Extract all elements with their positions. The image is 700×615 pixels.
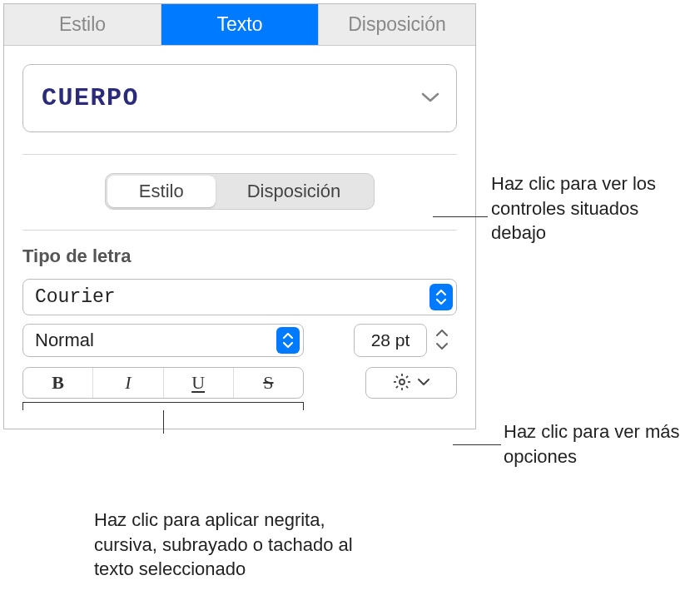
chevron-down-icon <box>421 92 439 106</box>
subtab-layout[interactable]: Disposición <box>216 176 373 207</box>
callout-bius: Haz clic para aplicar negrita, cursiva, … <box>94 508 369 582</box>
gear-icon <box>392 372 412 394</box>
popup-arrows-icon <box>276 327 300 354</box>
divider <box>22 230 457 231</box>
format-panel: Estilo Texto Disposición CUERPO Estilo D… <box>3 3 476 429</box>
paragraph-style-label: CUERPO <box>42 84 139 112</box>
divider <box>22 154 457 155</box>
font-weight-label: Normal <box>35 330 94 351</box>
underline-button[interactable]: U <box>164 368 234 398</box>
tab-text-label: Texto <box>217 13 263 36</box>
callout-leader-line <box>453 444 501 445</box>
subtab-style-label: Estilo <box>139 181 184 202</box>
paragraph-style-dropdown[interactable]: CUERPO <box>22 64 457 132</box>
subtab-layout-label: Disposición <box>247 181 341 202</box>
subtab-style[interactable]: Estilo <box>107 176 216 207</box>
more-options-button[interactable] <box>365 367 457 399</box>
svg-point-0 <box>400 379 405 384</box>
chevron-down-icon <box>417 376 430 389</box>
tab-text[interactable]: Texto <box>161 4 319 45</box>
tab-style[interactable]: Estilo <box>4 4 161 45</box>
top-tabs: Estilo Texto Disposición <box>4 4 475 46</box>
stepper-up-icon[interactable] <box>434 327 449 340</box>
callout-leader-line <box>433 216 488 217</box>
tab-style-label: Estilo <box>59 13 106 36</box>
font-section-label: Tipo de letra <box>22 246 457 267</box>
tab-layout-label: Disposición <box>348 13 446 36</box>
callout-gear: Haz clic para ver más opciones <box>504 419 695 469</box>
text-style-group: B I U S <box>22 367 304 399</box>
strikethrough-button[interactable]: S <box>234 368 303 398</box>
stepper-down-icon[interactable] <box>434 340 449 354</box>
font-weight-select[interactable]: Normal <box>22 324 304 357</box>
italic-button[interactable]: I <box>93 368 163 398</box>
callout-bracket <box>22 402 304 410</box>
popup-arrows-icon <box>429 284 453 310</box>
font-size-value[interactable]: 28 pt <box>354 324 427 357</box>
font-size-stepper[interactable]: 28 pt <box>354 324 452 357</box>
tab-layout[interactable]: Disposición <box>319 4 475 45</box>
subtab-segmented: Estilo Disposición <box>105 173 375 210</box>
callout-segmented: Haz clic para ver los controles situados… <box>491 171 683 246</box>
font-name-label: Courier <box>35 286 116 308</box>
bold-button[interactable]: B <box>23 368 93 398</box>
font-name-select[interactable]: Courier <box>22 279 457 315</box>
